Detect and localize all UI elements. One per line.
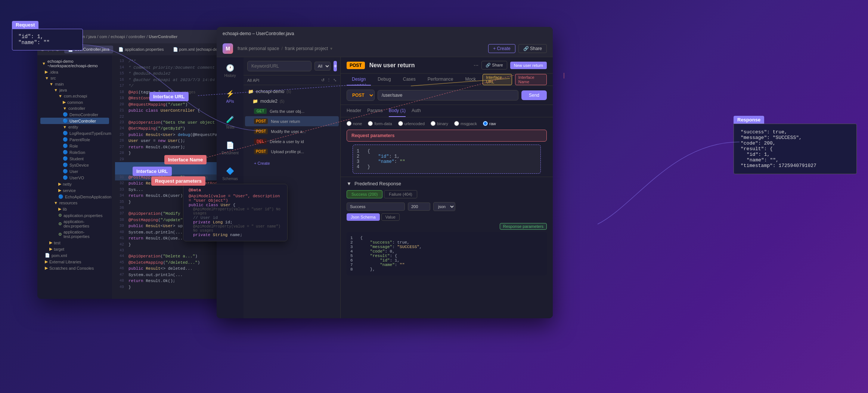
radio-raw[interactable]: raw — [483, 121, 496, 126]
tree-target[interactable]: ▶target — [40, 246, 109, 252]
nav-tests[interactable]: 🧪 Tests — [220, 113, 241, 131]
endpoint-post-modify[interactable]: POST Modify the user a... — [245, 126, 339, 136]
radio-none[interactable]: none — [347, 121, 362, 126]
breadcrumb-project[interactable]: frank personal project — [285, 46, 328, 51]
tab-design[interactable]: Design — [347, 74, 371, 86]
tree-echoapiapp[interactable]: 🔵EchoApiDemoApplication — [40, 194, 109, 200]
radio-formdata-input[interactable] — [368, 121, 373, 126]
tree-idea[interactable]: ▶.idea — [40, 69, 109, 75]
nav-apis[interactable]: ⚡ APIs — [220, 87, 241, 106]
api-subgroup-header-module2[interactable]: 📁 module2 (5) — [245, 96, 339, 106]
pred-status-input[interactable] — [347, 202, 405, 211]
radio-urlencoded-input[interactable] — [398, 121, 403, 126]
expand-icon[interactable]: ⤡ — [333, 78, 337, 83]
nav-history[interactable]: 🕐 History — [220, 62, 241, 80]
url-input[interactable] — [378, 90, 518, 100]
breadcrumb-space[interactable]: frank personal space — [238, 46, 279, 51]
tree-user-label: User — [69, 169, 78, 174]
api-add-button[interactable]: + — [334, 61, 337, 71]
tab-debug[interactable]: Debug — [372, 74, 396, 86]
tree-democontroller-label: DemoController — [69, 112, 98, 117]
body-options: none form-data urlencoded binary msgpack… — [341, 117, 553, 130]
ide-file-tree: ▼ echoapi-demo ~/workspace/echoapi-demo … — [37, 55, 112, 299]
endpoint-post-upload[interactable]: POST Upload profile pi... — [245, 146, 339, 157]
tree-scratches[interactable]: ▶Scratches and Consoles — [40, 265, 109, 271]
tree-resources[interactable]: ▼resources — [40, 200, 109, 206]
radio-raw-input[interactable] — [483, 121, 488, 126]
endpoint-name-badge: New user return — [510, 62, 547, 69]
tab-mock[interactable]: Mock — [460, 74, 481, 86]
method-select[interactable]: POST — [347, 90, 375, 101]
tree-main[interactable]: ▼main — [40, 81, 109, 87]
tree-entity[interactable]: ▼entity — [40, 124, 109, 130]
api-filter-select[interactable]: All — [314, 62, 331, 71]
endpoint-post-new-user[interactable]: POST New user return — [245, 116, 339, 126]
api-window-title: echoapi-demo – UserController.java — [223, 31, 294, 36]
more-icon[interactable]: ··· — [474, 62, 478, 69]
tree-sysdevice[interactable]: 🔵SysDevice — [40, 162, 109, 168]
endpoint-share-button[interactable]: 🔗 Share — [481, 61, 507, 69]
tree-role[interactable]: 🔵Role — [40, 143, 109, 149]
tree-logreq[interactable]: 🔵LogRequestTypeEnum — [40, 130, 109, 136]
tree-netty[interactable]: ▶netty — [40, 181, 109, 187]
radio-none-input[interactable] — [347, 121, 351, 126]
tab-cases[interactable]: Cases — [398, 74, 421, 86]
req-tab-header[interactable]: Header — [347, 105, 361, 117]
tree-user[interactable]: 🔵User — [40, 168, 109, 174]
request-body-code[interactable]: 1 { 2 "id": 1, 3 "name": "" 4 } — [353, 145, 541, 174]
create-endpoint-btn[interactable]: + Create — [245, 157, 339, 169]
refresh-icon[interactable]: ↺ — [321, 78, 325, 83]
tree-controller[interactable]: ▼controller — [40, 105, 109, 111]
tree-lib[interactable]: ▶lib — [40, 206, 109, 212]
tree-test[interactable]: ▶test — [40, 239, 109, 246]
sort-icon[interactable]: ⋮ — [327, 78, 331, 83]
create-button[interactable]: + Create — [488, 44, 515, 53]
tree-service[interactable]: ▶service — [40, 187, 109, 194]
popup-apimodel: @ApiModel(value = "User", description = … — [189, 194, 282, 203]
tree-extlibs[interactable]: ▶External Libraries — [40, 259, 109, 265]
pred-tab-success[interactable]: Success (200) — [347, 190, 382, 198]
request-card-container: Request "id": 1, "name": "" — [12, 21, 83, 50]
tree-common[interactable]: ▶common — [40, 99, 109, 105]
tab-performance[interactable]: Performance — [422, 74, 459, 86]
nav-schemas[interactable]: 🔷 Schemas — [220, 165, 241, 183]
api-search-input[interactable] — [247, 61, 311, 71]
send-button[interactable]: Send — [521, 90, 547, 100]
tree-parentrole[interactable]: 🔵ParentRole — [40, 136, 109, 143]
tree-root[interactable]: ▼ echoapi-demo ~/workspace/echoapi-demo — [40, 58, 109, 69]
ide-tab-appprops[interactable]: 📄 application.properties — [115, 46, 168, 53]
tree-java[interactable]: ▼java — [40, 87, 109, 93]
tree-usercontroller[interactable]: 🔵UserController — [40, 118, 109, 124]
radio-binary[interactable]: binary — [431, 121, 448, 126]
tree-uservo[interactable]: 🔵UserVO — [40, 174, 109, 181]
endpoint-del-user[interactable]: DEL Delete a user by id — [245, 136, 339, 146]
tree-comechoapi[interactable]: ▼com.echoapi — [40, 93, 109, 99]
radio-msgpack-input[interactable] — [454, 121, 459, 126]
tree-apptestprops[interactable]: ⚙application-test.properties — [40, 229, 109, 239]
endpoint-get-user[interactable]: GET Gets the user obj... — [245, 106, 339, 116]
req-tab-params[interactable]: Params — [367, 105, 382, 117]
tree-appdevprops[interactable]: ⚙application-dev.properties — [40, 219, 109, 229]
radio-formdata[interactable]: form-data — [368, 121, 392, 126]
req-tab-body[interactable]: Body (1) — [389, 105, 406, 117]
tree-pom[interactable]: 📄pom.xml — [40, 252, 109, 259]
nav-document[interactable]: 📄 Document — [220, 139, 241, 157]
tree-appprops[interactable]: ⚙application.properties — [40, 212, 109, 219]
radio-msgpack[interactable]: msgpack — [454, 121, 477, 126]
radio-binary-input[interactable] — [431, 121, 435, 126]
share-button[interactable]: 🔗 Share — [518, 44, 547, 53]
pred-tab-failure[interactable]: Failure (404) — [384, 190, 417, 198]
api-group-header-echoapi[interactable]: 📁 echoapi-demo (5) — [245, 87, 339, 96]
pred-code-input[interactable] — [408, 202, 430, 211]
response-card-container: Response "success": true, "message": "SU… — [734, 116, 857, 174]
req-tab-auth[interactable]: Auth — [412, 105, 421, 117]
pred-type-select[interactable]: json — [433, 202, 455, 211]
request-card: "id": 1, "name": "" — [12, 29, 83, 50]
tree-student[interactable]: 🔵Student — [40, 155, 109, 162]
tree-src[interactable]: ▼src — [40, 75, 109, 81]
tree-democontroller[interactable]: 🔵DemoController — [40, 111, 109, 118]
json-tab-value[interactable]: Value — [381, 213, 400, 221]
json-tab-schema[interactable]: Json Schema — [347, 213, 380, 221]
radio-urlencoded[interactable]: urlencoded — [398, 121, 425, 126]
tree-roleson[interactable]: 🔵RoleSon — [40, 149, 109, 155]
